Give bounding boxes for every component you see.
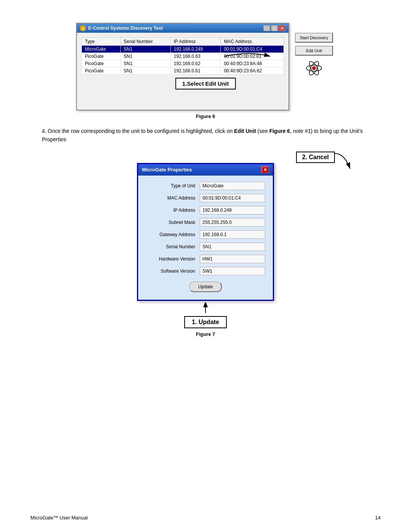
discovery-outer: e E-Control Systems Discovery Tool _ □ ✕ bbox=[76, 23, 335, 110]
atom-icon bbox=[304, 59, 323, 78]
table-row[interactable]: MicroGateSN1192.168.0.24900:01:9D:00:01:… bbox=[82, 46, 284, 53]
col-ip: IP Address bbox=[170, 38, 221, 46]
props-row: Gateway Address bbox=[146, 230, 265, 239]
page-footer: MicroGate™ User Manual 14 bbox=[30, 515, 381, 521]
step4-bold1: Edit Unit bbox=[234, 128, 256, 134]
discovery-title: E-Control Systems Discovery Tool bbox=[88, 26, 163, 31]
discovery-table: Type Serial Number IP Address MAC Addres… bbox=[81, 37, 284, 75]
update-arrow-svg bbox=[198, 302, 213, 314]
discovery-window: e E-Control Systems Discovery Tool _ □ ✕ bbox=[76, 23, 289, 110]
figure6-container: e E-Control Systems Discovery Tool _ □ ✕ bbox=[30, 23, 381, 119]
edit-unit-button[interactable]: Edit Unit bbox=[295, 46, 333, 56]
props-titlebar: MicroGate Properties ✕ bbox=[138, 164, 273, 176]
props-field-input[interactable] bbox=[200, 218, 265, 227]
props-field-input[interactable] bbox=[200, 194, 265, 202]
right-panel: Start Discovery Edit Unit bbox=[293, 33, 335, 78]
close-btn[interactable]: ✕ bbox=[279, 25, 285, 31]
col-serial: Serial Number bbox=[120, 38, 170, 46]
table-row[interactable]: PicoGateSN1192.168.0.6300:01:9D:00:02:81 bbox=[82, 53, 284, 60]
props-field-label: MAC Address bbox=[146, 195, 195, 201]
props-body: Type of UnitMAC AddressIP AddressSubnet … bbox=[138, 176, 273, 300]
step4-mid: (see bbox=[256, 128, 269, 134]
props-row: Type of Unit bbox=[146, 182, 265, 190]
svg-point-0 bbox=[312, 66, 316, 70]
props-field-input[interactable] bbox=[200, 230, 265, 239]
props-field-label: Serial Number bbox=[146, 244, 195, 249]
titlebar-left: e E-Control Systems Discovery Tool bbox=[80, 25, 163, 31]
titlebar-buttons: _ □ ✕ bbox=[263, 25, 285, 31]
props-field-input[interactable] bbox=[200, 206, 265, 214]
cancel-annotation-label: 2. Cancel bbox=[296, 152, 335, 163]
props-close-btn[interactable]: ✕ bbox=[261, 166, 269, 173]
select-edit-unit-label: 1.Select Edit Unit bbox=[175, 78, 236, 89]
step4-text-before: Once the row corresponding to the unit t… bbox=[48, 128, 234, 134]
figure7-caption: Figure 7 bbox=[196, 331, 215, 337]
econtrol-icon: e bbox=[80, 25, 86, 31]
update-button-row: Update bbox=[146, 281, 265, 292]
props-field-input[interactable] bbox=[200, 255, 265, 263]
col-type: Type bbox=[82, 38, 121, 46]
props-field-label: Type of Unit bbox=[146, 183, 195, 189]
update-annotation-area: 1. Update bbox=[184, 302, 227, 328]
update-annotation-label: 1. Update bbox=[184, 316, 227, 328]
maximize-btn[interactable]: □ bbox=[271, 25, 278, 31]
col-mac: MAC Address bbox=[221, 38, 284, 46]
page-content: e E-Control Systems Discovery Tool _ □ ✕ bbox=[0, 0, 411, 371]
step4-number: 4. bbox=[42, 128, 46, 134]
props-row: IP Address bbox=[146, 206, 265, 214]
figure6-caption: Figure 6 bbox=[196, 113, 215, 119]
props-field-label: Gateway Address bbox=[146, 232, 195, 237]
start-discovery-button[interactable]: Start Discovery bbox=[295, 33, 333, 43]
props-field-input[interactable] bbox=[200, 267, 265, 275]
figure7-container: 2. Cancel MicroGate Properties ✕ Ty bbox=[30, 152, 381, 337]
manual-title: MicroGate™ User Manual bbox=[30, 515, 88, 521]
discovery-body: Type Serial Number IP Address MAC Addres… bbox=[77, 33, 288, 110]
cancel-arrow-svg bbox=[333, 152, 356, 171]
properties-window: MicroGate Properties ✕ Type of UnitMAC A… bbox=[137, 163, 274, 301]
props-row: Software Version bbox=[146, 267, 265, 275]
props-field-input[interactable] bbox=[200, 243, 265, 251]
props-field-label: IP Address bbox=[146, 208, 195, 213]
table-row[interactable]: PicoGateSN1192.168.0.6200:40:9D:23:8A:48 bbox=[82, 60, 284, 67]
cancel-annotation-area: 2. Cancel bbox=[296, 152, 335, 163]
step4-bold2: Figure 6 bbox=[269, 128, 290, 134]
step4-text: 4. Once the row corresponding to the uni… bbox=[42, 127, 381, 144]
props-row: Subnet Mask bbox=[146, 218, 265, 227]
update-button[interactable]: Update bbox=[189, 281, 222, 292]
discovery-titlebar: e E-Control Systems Discovery Tool _ □ ✕ bbox=[77, 24, 288, 33]
table-row[interactable]: PicoGateSN1192.168.0.6100:40:9D:23:8A:62 bbox=[82, 67, 284, 75]
props-field-input[interactable] bbox=[200, 182, 265, 190]
minimize-btn[interactable]: _ bbox=[263, 25, 270, 31]
props-row: Serial Number bbox=[146, 243, 265, 251]
props-title: MicroGate Properties bbox=[142, 167, 192, 173]
props-field-label: Software Version bbox=[146, 268, 195, 274]
props-field-label: Subnet Mask bbox=[146, 220, 195, 225]
props-field-label: Hardware Version bbox=[146, 256, 195, 262]
props-row: MAC Address bbox=[146, 194, 265, 202]
page-number: 14 bbox=[375, 515, 381, 521]
props-row: Hardware Version bbox=[146, 255, 265, 263]
